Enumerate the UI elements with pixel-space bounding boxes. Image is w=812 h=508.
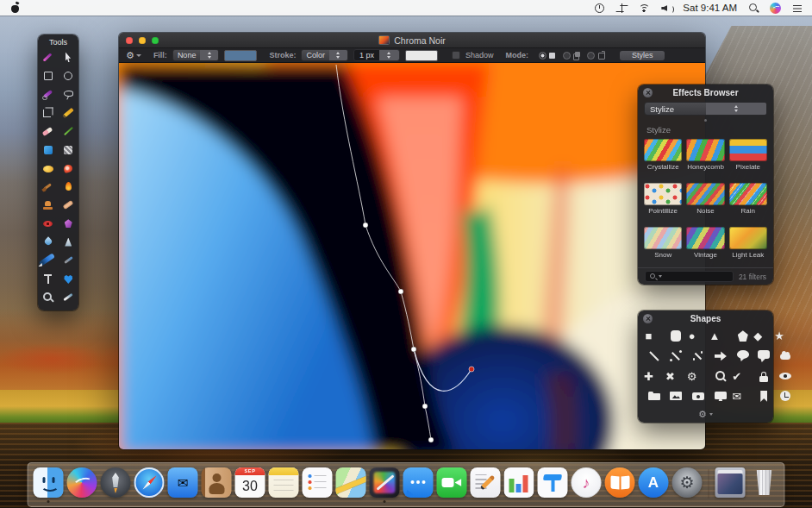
shape-arrow-line-small[interactable] — [687, 348, 709, 364]
effect-filter-crystallize[interactable]: Crystallize — [644, 139, 682, 179]
tool-crop-tool[interactable] — [38, 103, 59, 122]
shape-picture[interactable] — [665, 388, 687, 405]
effect-filter-noise[interactable]: Noise — [686, 183, 724, 223]
dock-item-ibooks[interactable] — [604, 467, 636, 502]
shape-camera[interactable] — [687, 388, 709, 405]
effects-category-select[interactable]: Stylize — [644, 102, 767, 116]
dock-item-minimized-window[interactable] — [715, 467, 746, 502]
stroke-stepper[interactable] — [329, 50, 347, 60]
dock-item-maps[interactable] — [335, 467, 367, 502]
tool-repair-tool[interactable] — [38, 178, 59, 196]
shape-line[interactable] — [644, 348, 665, 364]
close-window-button[interactable] — [126, 37, 133, 44]
tool-sharpen-tool[interactable] — [59, 215, 79, 233]
dock-item-trash[interactable] — [748, 467, 780, 502]
dock-item-itunes[interactable]: ♪ — [571, 467, 603, 502]
stroke-color-swatch[interactable] — [405, 50, 438, 61]
shape-pentagon[interactable] — [732, 328, 753, 344]
effects-search-field[interactable] — [645, 271, 734, 282]
shape-bookmark[interactable] — [753, 388, 774, 405]
tool-zoom-tool[interactable] — [38, 288, 59, 306]
shape-diamond[interactable]: ◆ — [753, 328, 774, 344]
tool-freeform-pen-tool[interactable] — [59, 251, 79, 269]
tool-shape-tool[interactable] — [59, 270, 79, 288]
tool-eyedropper-tool[interactable] — [59, 288, 79, 306]
shape-clock[interactable] — [774, 388, 796, 405]
dock-item-pages[interactable] — [470, 467, 502, 502]
shape-cross[interactable]: ✖ — [665, 368, 687, 385]
mode-radio-intersect[interactable] — [587, 52, 595, 60]
volume-icon[interactable] — [660, 2, 672, 14]
tool-move-tool[interactable] — [59, 48, 79, 66]
dock-item-finder[interactable] — [33, 467, 65, 502]
tool-warp-tool[interactable] — [59, 178, 79, 196]
shape-square[interactable]: ■ — [644, 328, 665, 344]
shape-gear[interactable]: ⚙ — [687, 368, 709, 385]
tool-fill-tool[interactable] — [38, 141, 59, 159]
tool-lighten-tool[interactable] — [59, 233, 79, 251]
shape-rounded-square[interactable] — [665, 328, 687, 344]
shape-triangle[interactable]: ▲ — [709, 328, 732, 344]
time-machine-icon[interactable] — [593, 2, 605, 14]
effects-close-icon[interactable] — [643, 88, 653, 97]
dock-item-divider[interactable] — [705, 467, 713, 502]
dock-item-appstore[interactable]: A — [638, 467, 670, 502]
dock-item-calendar[interactable]: SEP 30 — [234, 467, 266, 502]
document-canvas[interactable] — [119, 63, 705, 449]
shape-magnifier[interactable] — [709, 368, 732, 385]
dock-item-contacts[interactable] — [201, 467, 233, 502]
dock-item-keynote[interactable] — [537, 467, 569, 502]
document-proxy-icon[interactable] — [378, 35, 390, 45]
shape-lock[interactable] — [753, 368, 774, 385]
shape-cloud[interactable] — [774, 348, 796, 364]
menu-bar-clock[interactable]: Sat 9:41 AM — [683, 3, 737, 13]
shape-star[interactable]: ★ — [774, 328, 796, 344]
shape-envelope[interactable]: ✉ — [732, 388, 753, 405]
tool-smudge-tool[interactable] — [59, 159, 79, 177]
tool-lasso-tool[interactable] — [59, 85, 79, 103]
tool-blur-tool[interactable] — [38, 233, 59, 251]
minimize-window-button[interactable] — [139, 37, 146, 44]
mode-radio-add[interactable] — [539, 52, 547, 60]
effect-filter-rain[interactable]: Rain — [729, 183, 767, 223]
tool-red-eye-tool[interactable] — [38, 215, 59, 233]
dock-item-siri[interactable] — [66, 467, 98, 502]
shape-plus[interactable]: ✚ — [644, 368, 665, 385]
shapes-close-icon[interactable] — [643, 314, 653, 323]
shape-display[interactable] — [709, 388, 732, 405]
shape-eye[interactable] — [774, 368, 796, 385]
shadow-checkbox[interactable] — [452, 51, 460, 60]
tool-rect-select-tool[interactable] — [38, 66, 59, 85]
notification-center-icon[interactable] — [791, 2, 803, 14]
effect-filter-honeycomb[interactable]: Honeycomb — [686, 139, 724, 179]
tool-pencil-tool[interactable] — [59, 103, 79, 122]
shape-speech-bubble-round[interactable] — [732, 348, 753, 364]
styles-button[interactable]: Styles — [620, 51, 665, 60]
effect-filter-pointillize[interactable]: Pointillize — [644, 183, 682, 223]
tool-magic-wand-tool[interactable] — [38, 85, 59, 103]
tool-brush-tool[interactable] — [59, 122, 79, 141]
shape-arrow-line[interactable] — [665, 348, 687, 364]
stroke-width-stepper[interactable] — [379, 50, 399, 60]
tool-sponge-tool[interactable] — [59, 141, 79, 159]
dock-item-messages[interactable] — [403, 467, 434, 502]
shape-circle[interactable]: ● — [687, 328, 709, 344]
tool-eraser-tool[interactable] — [38, 122, 59, 141]
tool-healing-tool[interactable] — [59, 196, 79, 214]
effect-filter-vintage[interactable]: Vintage — [686, 227, 724, 267]
effect-filter-light-leak[interactable]: Light Leak — [729, 227, 767, 267]
stroke-select[interactable]: Color — [301, 49, 348, 61]
effect-filter-pixelate[interactable]: Pixelate — [729, 139, 767, 179]
spotlight-icon[interactable] — [747, 2, 759, 14]
fill-stepper[interactable] — [200, 50, 218, 60]
window-title-bar[interactable]: Chroma Noir — [119, 33, 705, 47]
dock-item-mail[interactable]: ✉ — [167, 467, 199, 502]
mode-radio-subtract[interactable] — [563, 52, 571, 60]
tool-ellipse-select-tool[interactable] — [59, 66, 79, 85]
wifi-icon[interactable] — [638, 2, 650, 14]
tool-arrange-tool[interactable] — [38, 48, 59, 66]
tool-options-button[interactable]: ⚙ — [126, 51, 141, 60]
zoom-window-button[interactable] — [152, 37, 159, 44]
dock-item-facetime[interactable] — [436, 467, 468, 502]
shape-folder[interactable] — [644, 388, 665, 405]
